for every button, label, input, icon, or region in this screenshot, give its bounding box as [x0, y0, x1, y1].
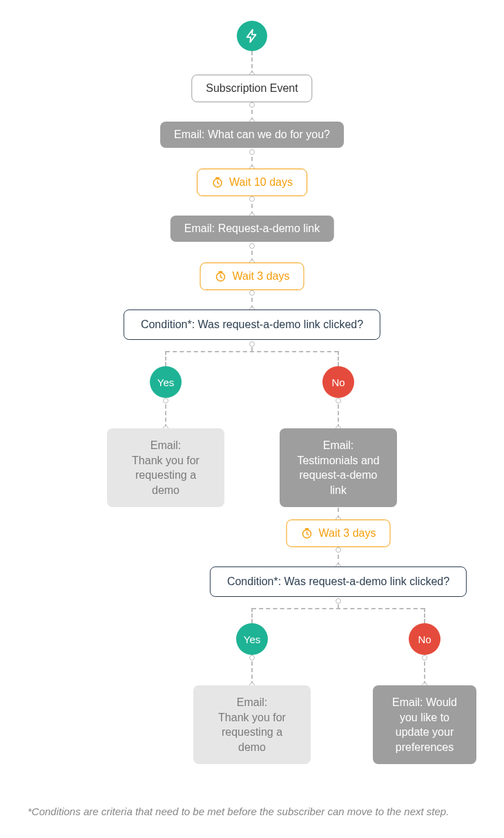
email-no-2: Email: Would you like to update your pre…: [373, 685, 476, 764]
email-step-2: Email: Request-a-demo link: [171, 216, 334, 242]
wait-step-3: Wait 3 days: [287, 520, 391, 547]
wait-step-1: Wait 10 days: [197, 169, 307, 196]
condition-2: Condition*: Was request-a-demo link clic…: [210, 566, 467, 597]
footnote: *Conditions are criteria that need to be…: [28, 806, 476, 817]
yes-badge-1: Yes: [150, 366, 182, 398]
email-yes-1: Email: Thank you for requesting a demo: [107, 428, 224, 507]
yes-badge-2: Yes: [236, 623, 268, 655]
email-step-1: Email: What can we do for you?: [160, 122, 344, 148]
no-badge-1: No: [322, 366, 354, 398]
no-badge-2: No: [409, 623, 440, 655]
wait-step-2: Wait 3 days: [200, 263, 304, 290]
condition-1: Condition*: Was request-a-demo link clic…: [124, 310, 380, 340]
trigger-icon: [237, 21, 267, 51]
event-box: Subscription Event: [191, 75, 312, 102]
email-yes-2: Email: Thank you for requesting a demo: [193, 685, 311, 764]
email-no-1: Email: Testimonials and request-a-demo l…: [280, 428, 397, 507]
